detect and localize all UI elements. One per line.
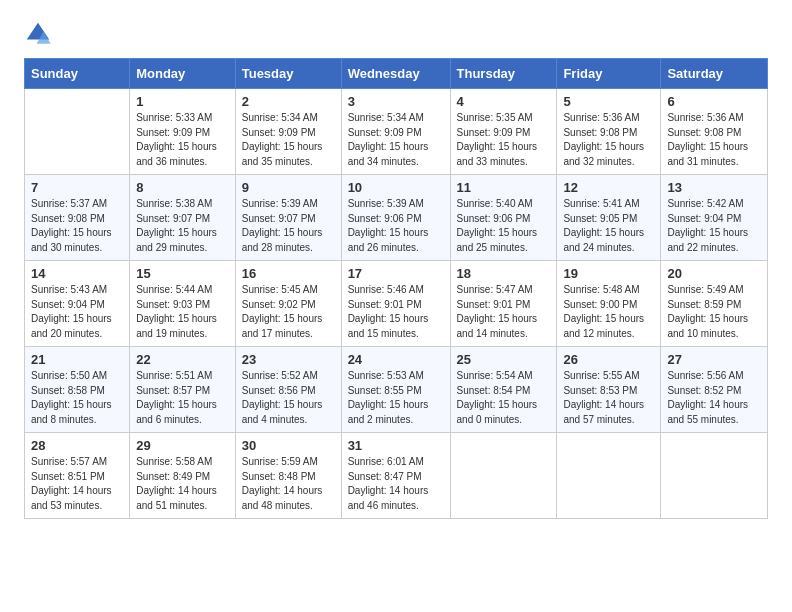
weekday-header-cell: Wednesday [341, 59, 450, 89]
day-number: 23 [242, 352, 335, 367]
calendar-week-row: 28Sunrise: 5:57 AM Sunset: 8:51 PM Dayli… [25, 433, 768, 519]
day-number: 28 [31, 438, 123, 453]
day-info: Sunrise: 5:55 AM Sunset: 8:53 PM Dayligh… [563, 369, 654, 427]
day-info: Sunrise: 5:41 AM Sunset: 9:05 PM Dayligh… [563, 197, 654, 255]
calendar-cell: 25Sunrise: 5:54 AM Sunset: 8:54 PM Dayli… [450, 347, 557, 433]
day-number: 29 [136, 438, 229, 453]
weekday-header-cell: Sunday [25, 59, 130, 89]
day-info: Sunrise: 5:36 AM Sunset: 9:08 PM Dayligh… [563, 111, 654, 169]
day-info: Sunrise: 5:45 AM Sunset: 9:02 PM Dayligh… [242, 283, 335, 341]
day-info: Sunrise: 5:34 AM Sunset: 9:09 PM Dayligh… [242, 111, 335, 169]
day-number: 14 [31, 266, 123, 281]
day-number: 26 [563, 352, 654, 367]
day-info: Sunrise: 5:53 AM Sunset: 8:55 PM Dayligh… [348, 369, 444, 427]
calendar-cell: 5Sunrise: 5:36 AM Sunset: 9:08 PM Daylig… [557, 89, 661, 175]
day-info: Sunrise: 6:01 AM Sunset: 8:47 PM Dayligh… [348, 455, 444, 513]
calendar-cell: 18Sunrise: 5:47 AM Sunset: 9:01 PM Dayli… [450, 261, 557, 347]
day-number: 6 [667, 94, 761, 109]
day-info: Sunrise: 5:38 AM Sunset: 9:07 PM Dayligh… [136, 197, 229, 255]
weekday-header-cell: Tuesday [235, 59, 341, 89]
calendar-cell [25, 89, 130, 175]
calendar-cell: 7Sunrise: 5:37 AM Sunset: 9:08 PM Daylig… [25, 175, 130, 261]
calendar-cell: 2Sunrise: 5:34 AM Sunset: 9:09 PM Daylig… [235, 89, 341, 175]
day-number: 4 [457, 94, 551, 109]
calendar-cell: 12Sunrise: 5:41 AM Sunset: 9:05 PM Dayli… [557, 175, 661, 261]
page: SundayMondayTuesdayWednesdayThursdayFrid… [0, 0, 792, 539]
day-info: Sunrise: 5:33 AM Sunset: 9:09 PM Dayligh… [136, 111, 229, 169]
day-number: 13 [667, 180, 761, 195]
calendar-cell: 6Sunrise: 5:36 AM Sunset: 9:08 PM Daylig… [661, 89, 768, 175]
day-info: Sunrise: 5:57 AM Sunset: 8:51 PM Dayligh… [31, 455, 123, 513]
calendar-cell: 19Sunrise: 5:48 AM Sunset: 9:00 PM Dayli… [557, 261, 661, 347]
day-info: Sunrise: 5:34 AM Sunset: 9:09 PM Dayligh… [348, 111, 444, 169]
logo [24, 20, 56, 48]
day-number: 10 [348, 180, 444, 195]
calendar-cell: 14Sunrise: 5:43 AM Sunset: 9:04 PM Dayli… [25, 261, 130, 347]
calendar-cell: 10Sunrise: 5:39 AM Sunset: 9:06 PM Dayli… [341, 175, 450, 261]
calendar-cell [661, 433, 768, 519]
calendar-cell: 29Sunrise: 5:58 AM Sunset: 8:49 PM Dayli… [130, 433, 236, 519]
weekday-header-cell: Thursday [450, 59, 557, 89]
day-info: Sunrise: 5:48 AM Sunset: 9:00 PM Dayligh… [563, 283, 654, 341]
calendar-cell: 13Sunrise: 5:42 AM Sunset: 9:04 PM Dayli… [661, 175, 768, 261]
day-number: 12 [563, 180, 654, 195]
day-number: 15 [136, 266, 229, 281]
calendar-cell: 21Sunrise: 5:50 AM Sunset: 8:58 PM Dayli… [25, 347, 130, 433]
calendar-week-row: 7Sunrise: 5:37 AM Sunset: 9:08 PM Daylig… [25, 175, 768, 261]
day-number: 7 [31, 180, 123, 195]
calendar-cell: 31Sunrise: 6:01 AM Sunset: 8:47 PM Dayli… [341, 433, 450, 519]
day-number: 21 [31, 352, 123, 367]
day-number: 3 [348, 94, 444, 109]
header [24, 20, 768, 48]
day-number: 20 [667, 266, 761, 281]
calendar-cell: 16Sunrise: 5:45 AM Sunset: 9:02 PM Dayli… [235, 261, 341, 347]
day-number: 17 [348, 266, 444, 281]
day-number: 31 [348, 438, 444, 453]
day-info: Sunrise: 5:39 AM Sunset: 9:06 PM Dayligh… [348, 197, 444, 255]
weekday-header-cell: Friday [557, 59, 661, 89]
day-number: 11 [457, 180, 551, 195]
day-number: 5 [563, 94, 654, 109]
calendar-cell: 8Sunrise: 5:38 AM Sunset: 9:07 PM Daylig… [130, 175, 236, 261]
day-info: Sunrise: 5:36 AM Sunset: 9:08 PM Dayligh… [667, 111, 761, 169]
day-info: Sunrise: 5:59 AM Sunset: 8:48 PM Dayligh… [242, 455, 335, 513]
day-info: Sunrise: 5:39 AM Sunset: 9:07 PM Dayligh… [242, 197, 335, 255]
calendar-cell: 11Sunrise: 5:40 AM Sunset: 9:06 PM Dayli… [450, 175, 557, 261]
day-number: 25 [457, 352, 551, 367]
day-info: Sunrise: 5:49 AM Sunset: 8:59 PM Dayligh… [667, 283, 761, 341]
day-number: 18 [457, 266, 551, 281]
calendar-cell [557, 433, 661, 519]
day-number: 1 [136, 94, 229, 109]
day-info: Sunrise: 5:40 AM Sunset: 9:06 PM Dayligh… [457, 197, 551, 255]
logo-icon [24, 20, 52, 48]
day-info: Sunrise: 5:52 AM Sunset: 8:56 PM Dayligh… [242, 369, 335, 427]
calendar-week-row: 21Sunrise: 5:50 AM Sunset: 8:58 PM Dayli… [25, 347, 768, 433]
day-info: Sunrise: 5:42 AM Sunset: 9:04 PM Dayligh… [667, 197, 761, 255]
day-number: 2 [242, 94, 335, 109]
day-number: 30 [242, 438, 335, 453]
day-info: Sunrise: 5:56 AM Sunset: 8:52 PM Dayligh… [667, 369, 761, 427]
day-info: Sunrise: 5:54 AM Sunset: 8:54 PM Dayligh… [457, 369, 551, 427]
weekday-header-cell: Saturday [661, 59, 768, 89]
calendar-cell: 27Sunrise: 5:56 AM Sunset: 8:52 PM Dayli… [661, 347, 768, 433]
weekday-header-cell: Monday [130, 59, 236, 89]
day-number: 24 [348, 352, 444, 367]
calendar-cell: 22Sunrise: 5:51 AM Sunset: 8:57 PM Dayli… [130, 347, 236, 433]
day-info: Sunrise: 5:51 AM Sunset: 8:57 PM Dayligh… [136, 369, 229, 427]
day-info: Sunrise: 5:47 AM Sunset: 9:01 PM Dayligh… [457, 283, 551, 341]
weekday-header-row: SundayMondayTuesdayWednesdayThursdayFrid… [25, 59, 768, 89]
day-info: Sunrise: 5:37 AM Sunset: 9:08 PM Dayligh… [31, 197, 123, 255]
day-number: 27 [667, 352, 761, 367]
day-info: Sunrise: 5:43 AM Sunset: 9:04 PM Dayligh… [31, 283, 123, 341]
calendar-cell: 15Sunrise: 5:44 AM Sunset: 9:03 PM Dayli… [130, 261, 236, 347]
day-info: Sunrise: 5:44 AM Sunset: 9:03 PM Dayligh… [136, 283, 229, 341]
calendar-cell: 28Sunrise: 5:57 AM Sunset: 8:51 PM Dayli… [25, 433, 130, 519]
calendar-cell [450, 433, 557, 519]
calendar-cell: 26Sunrise: 5:55 AM Sunset: 8:53 PM Dayli… [557, 347, 661, 433]
day-number: 9 [242, 180, 335, 195]
calendar-cell: 1Sunrise: 5:33 AM Sunset: 9:09 PM Daylig… [130, 89, 236, 175]
calendar-cell: 9Sunrise: 5:39 AM Sunset: 9:07 PM Daylig… [235, 175, 341, 261]
calendar-cell: 17Sunrise: 5:46 AM Sunset: 9:01 PM Dayli… [341, 261, 450, 347]
day-number: 19 [563, 266, 654, 281]
calendar-cell: 24Sunrise: 5:53 AM Sunset: 8:55 PM Dayli… [341, 347, 450, 433]
